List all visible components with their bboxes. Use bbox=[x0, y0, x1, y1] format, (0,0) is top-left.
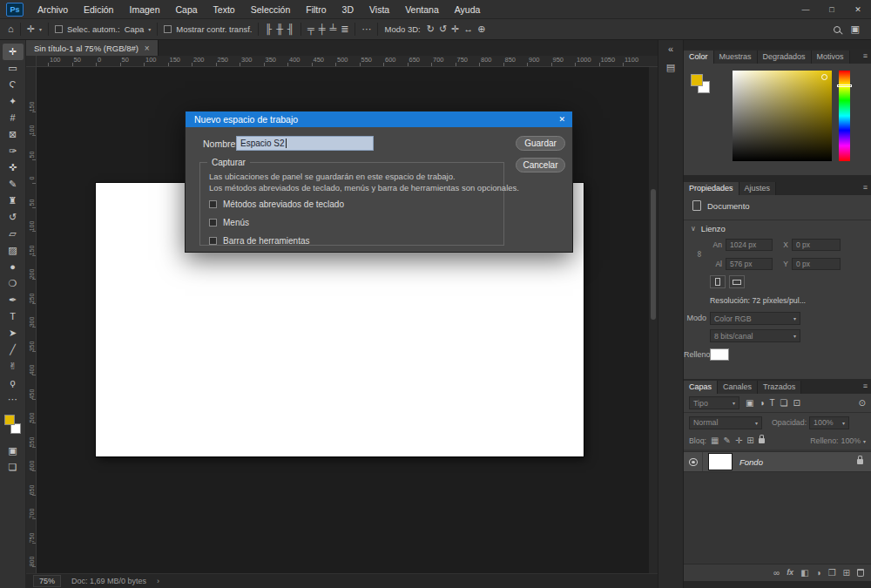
screen-mode-button[interactable]: ❏ bbox=[3, 459, 24, 476]
scrollbar-thumb[interactable] bbox=[651, 189, 656, 320]
menu-archivo[interactable]: Archivo bbox=[30, 0, 76, 19]
3d-scale-icon[interactable]: ⊕ bbox=[477, 24, 485, 34]
new-layer-icon[interactable]: ⊞ bbox=[843, 569, 850, 578]
line-tool[interactable]: ╱ bbox=[3, 341, 24, 358]
maximize-button[interactable]: □ bbox=[819, 0, 845, 18]
close-button[interactable]: ✕ bbox=[845, 0, 871, 18]
filter-adjustment-icon[interactable]: ◑ bbox=[759, 399, 764, 408]
menu-vista[interactable]: Vista bbox=[361, 0, 397, 19]
3d-pan-icon[interactable]: ✛ bbox=[451, 24, 459, 34]
field-al[interactable]: 576 px bbox=[726, 258, 773, 270]
layer-thumbnail[interactable] bbox=[708, 453, 733, 470]
panel-menu-icon[interactable]: ≡ bbox=[863, 183, 868, 192]
menu-texto[interactable]: Texto bbox=[206, 0, 243, 19]
type-tool[interactable]: T bbox=[3, 308, 24, 325]
delete-layer-icon[interactable] bbox=[857, 569, 864, 577]
history-brush-tool[interactable]: ↺ bbox=[3, 209, 24, 226]
more-options-icon[interactable]: ⋯ bbox=[361, 24, 371, 34]
checkbox-barra-de-herramientas[interactable] bbox=[209, 237, 217, 245]
3d-rotate-icon[interactable]: ↻ bbox=[427, 24, 435, 34]
canvas-section-header[interactable]: ∨ Lienzo bbox=[691, 224, 726, 233]
bit-depth-dropdown[interactable]: 8 bits/canal ▾ bbox=[710, 329, 800, 342]
field-y[interactable]: 0 px bbox=[792, 258, 841, 270]
blur-tool[interactable]: ● bbox=[3, 259, 24, 275]
menu-filtro[interactable]: Filtro bbox=[298, 0, 334, 19]
auto-select-checkbox[interactable] bbox=[55, 25, 63, 33]
dodge-tool[interactable]: ❍ bbox=[3, 275, 24, 292]
pen-tool[interactable]: ✒ bbox=[3, 292, 24, 308]
checkbox-metodos-abreviados-de-teclado[interactable] bbox=[209, 200, 217, 208]
current-tool-button[interactable]: ✛ ▾ bbox=[27, 24, 42, 34]
color-saturation-field[interactable] bbox=[733, 71, 832, 161]
eyedropper-tool[interactable]: ✑ bbox=[3, 143, 24, 159]
blend-mode-dropdown[interactable]: Normal ▾ bbox=[689, 416, 762, 429]
workspace-name-input[interactable]: Espacio S2 bbox=[236, 136, 374, 151]
brush-tool[interactable]: ✎ bbox=[3, 176, 24, 193]
align-right-icon[interactable]: ╢ bbox=[287, 24, 294, 34]
menu-3d[interactable]: 3D bbox=[334, 0, 361, 19]
gradient-tool[interactable]: ▨ bbox=[3, 242, 24, 259]
tab-degradados[interactable]: Degradados bbox=[758, 51, 812, 64]
tab-muestras[interactable]: Muestras bbox=[714, 51, 758, 64]
healing-brush-tool[interactable]: ✜ bbox=[3, 159, 24, 176]
layer-row[interactable]: Fondo bbox=[684, 451, 871, 472]
frame-tool[interactable]: ⊠ bbox=[3, 126, 24, 143]
field-an[interactable]: 1024 px bbox=[726, 239, 773, 251]
lock-transparency-icon[interactable]: ▦ bbox=[711, 436, 719, 445]
menu-capa[interactable]: Capa bbox=[168, 0, 206, 19]
hue-slider[interactable] bbox=[839, 71, 850, 161]
tab-ajustes[interactable]: Ajustes bbox=[739, 182, 777, 195]
foreground-color-swatch[interactable] bbox=[691, 74, 703, 86]
lasso-tool[interactable]: Ϛ bbox=[3, 77, 24, 93]
tab-motivos[interactable]: Motivos bbox=[812, 51, 850, 64]
menu-ventana[interactable]: Ventana bbox=[397, 0, 447, 19]
cancel-button[interactable]: Cancelar bbox=[516, 158, 565, 172]
field-x[interactable]: 0 px bbox=[792, 239, 841, 251]
close-icon[interactable]: × bbox=[145, 44, 150, 53]
vertical-ruler[interactable]: 1501005005010015020025030035040045050055… bbox=[26, 67, 37, 573]
expand-panels-icon[interactable]: « bbox=[658, 44, 683, 54]
tab-color[interactable]: Color bbox=[684, 51, 714, 64]
status-chevron-icon[interactable]: › bbox=[157, 577, 159, 585]
path-selection-tool[interactable]: ➤ bbox=[3, 325, 24, 341]
tab-propiedades[interactable]: Propiedades bbox=[684, 182, 739, 195]
lock-all-icon[interactable] bbox=[759, 438, 765, 443]
filter-smartobject-icon[interactable]: ⊡ bbox=[793, 399, 800, 408]
layer-filter-dropdown[interactable]: Tipo ▾ bbox=[689, 396, 739, 409]
auto-select-dropdown[interactable]: Capa ▾ bbox=[125, 24, 152, 34]
hand-tool[interactable]: ✌ bbox=[3, 358, 24, 375]
collapsed-panel-icon[interactable]: ▤ bbox=[658, 62, 683, 73]
adjustment-layer-icon[interactable]: ◑ bbox=[816, 569, 821, 578]
save-button[interactable]: Guardar bbox=[516, 136, 565, 151]
zoom-level-field[interactable]: 75% bbox=[33, 575, 61, 587]
menu-ayuda[interactable]: Ayuda bbox=[447, 0, 489, 19]
3d-roll-icon[interactable]: ↺ bbox=[439, 24, 447, 34]
filter-pixel-icon[interactable]: ▣ bbox=[746, 399, 753, 408]
layer-mask-icon[interactable]: ◧ bbox=[800, 569, 808, 578]
align-left-icon[interactable]: ╟ bbox=[265, 24, 272, 34]
layer-effects-icon[interactable]: fx bbox=[787, 569, 793, 577]
align-top-icon[interactable]: ╤ bbox=[307, 24, 314, 34]
show-transform-checkbox[interactable] bbox=[164, 25, 172, 33]
distribute-icon[interactable]: ≣ bbox=[341, 24, 348, 34]
color-mode-dropdown[interactable]: Color RGB ▾ bbox=[710, 312, 800, 325]
minimize-button[interactable]: — bbox=[793, 0, 819, 18]
search-icon[interactable] bbox=[834, 26, 841, 33]
zoom-tool[interactable]: ϙ bbox=[3, 375, 24, 391]
opacity-dropdown[interactable]: 100% ▾ bbox=[809, 416, 849, 429]
menu-imagen[interactable]: Imagen bbox=[121, 0, 167, 19]
filter-shape-icon[interactable]: ❏ bbox=[780, 399, 788, 408]
align-center-icon[interactable]: ╫ bbox=[276, 24, 283, 34]
document-tab[interactable]: Sin título-1 al 75% (RGB/8#) × bbox=[26, 40, 159, 56]
link-layers-icon[interactable]: ∞ bbox=[773, 569, 780, 578]
align-middle-icon[interactable]: ╪ bbox=[319, 24, 326, 34]
layer-group-icon[interactable]: ❐ bbox=[828, 569, 836, 578]
eraser-tool[interactable]: ▱ bbox=[3, 226, 24, 242]
panel-menu-icon[interactable]: ≡ bbox=[863, 51, 868, 60]
crop-tool[interactable]: # bbox=[3, 110, 24, 126]
panel-menu-icon[interactable]: ≡ bbox=[863, 382, 868, 390]
horizontal-ruler[interactable]: 1005005010015020025030035040045050055060… bbox=[37, 56, 658, 67]
menu-seleccion[interactable]: Selección bbox=[243, 0, 299, 19]
tab-trazados[interactable]: Trazados bbox=[758, 381, 801, 394]
checkbox-menus[interactable] bbox=[209, 219, 217, 226]
